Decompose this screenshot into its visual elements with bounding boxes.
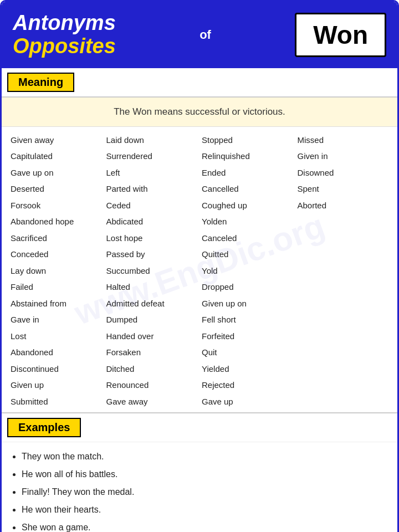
word-cell: Missed <box>295 132 391 148</box>
word-cell: Forsaken <box>104 345 200 360</box>
word-cell: Coughed up <box>200 198 295 213</box>
word-cell: Spent <box>295 181 391 197</box>
word-cell: Gave away <box>104 394 200 410</box>
word-cell: Lost hope <box>104 231 200 246</box>
word-cell: Given up <box>8 377 104 393</box>
word-cell: Relinquished <box>200 149 295 164</box>
word-cell: Abandoned <box>8 345 104 360</box>
word-cell: Abandoned hope <box>8 214 104 229</box>
example-item: They won the match. <box>22 448 386 466</box>
word-cell: Discontinued <box>8 361 104 377</box>
example-item: Finally! They won the medal. <box>22 483 386 501</box>
word-cell <box>295 329 391 344</box>
header-antonyms: Antonyms <box>13 12 116 35</box>
word-cell: Admitted defeat <box>104 296 200 311</box>
word-cell: Conceded <box>8 247 104 262</box>
word-cell: Canceled <box>200 231 295 246</box>
word-cell <box>295 296 391 311</box>
word-cell <box>295 377 391 393</box>
word-cell: Fell short <box>200 312 295 328</box>
word-cell: Succumbed <box>104 263 200 279</box>
example-item: She won a game. <box>22 519 386 532</box>
word-cell: Lay down <box>8 263 104 279</box>
examples-list: They won the match.He won all of his bat… <box>2 442 397 532</box>
word-cell: Dumped <box>104 312 200 328</box>
word-cell: Yielded <box>200 361 295 377</box>
examples-label-row: Examples <box>2 412 397 442</box>
word-cell <box>295 279 391 295</box>
word-cell: Halted <box>104 279 200 295</box>
word-cell <box>295 214 391 229</box>
word-cell: Lost <box>8 329 104 344</box>
word-cell: Disowned <box>295 165 391 181</box>
word-cell: Quit <box>200 345 295 360</box>
word-cell: Forfeited <box>200 329 295 344</box>
word-cell: Handed over <box>104 329 200 344</box>
header-title-block: Antonyms Opposites <box>13 12 116 58</box>
meaning-label: Meaning <box>7 73 74 92</box>
words-grid: Given awayLaid downStoppedMissedCapitula… <box>8 132 391 410</box>
header-opposites: Opposites <box>13 35 116 58</box>
word-cell: Rejected <box>200 377 295 393</box>
word-cell: Given in <box>295 149 391 164</box>
word-cell <box>295 263 391 279</box>
word-cell: Aborted <box>295 198 391 213</box>
word-cell: Yold <box>200 263 295 279</box>
word-cell: Ended <box>200 165 295 181</box>
word-cell <box>295 312 391 328</box>
word-cell: Sacrificed <box>8 231 104 246</box>
word-cell: Renounced <box>104 377 200 393</box>
header-word: Won <box>313 20 368 50</box>
meaning-text: The Won means successful or victorious. <box>2 98 397 127</box>
page-header: Antonyms Opposites of Won <box>2 2 397 68</box>
word-cell: Laid down <box>104 132 200 148</box>
word-cell <box>295 247 391 262</box>
examples-label: Examples <box>7 418 81 437</box>
word-cell: Failed <box>8 279 104 295</box>
word-cell: Given up on <box>200 296 295 311</box>
example-item: He won all of his battles. <box>22 466 386 483</box>
word-cell: Deserted <box>8 181 104 197</box>
word-cell: Abstained from <box>8 296 104 311</box>
word-cell: Submitted <box>8 394 104 410</box>
word-cell: Forsook <box>8 198 104 213</box>
word-cell: Stopped <box>200 132 295 148</box>
word-cell: Left <box>104 165 200 181</box>
word-cell: Yolden <box>200 214 295 229</box>
word-cell: Cancelled <box>200 181 295 197</box>
word-cell: Abdicated <box>104 214 200 229</box>
word-cell: Gave in <box>8 312 104 328</box>
meaning-label-row: Meaning <box>2 68 397 98</box>
header-word-box: Won <box>295 13 386 57</box>
word-cell: Dropped <box>200 279 295 295</box>
word-cell: Surrendered <box>104 149 200 164</box>
word-cell <box>295 394 391 410</box>
word-cell <box>295 345 391 360</box>
word-cell: Given away <box>8 132 104 148</box>
word-cell: Ditched <box>104 361 200 377</box>
word-cell <box>295 231 391 246</box>
word-cell: Gave up on <box>8 165 104 181</box>
word-cell <box>295 361 391 377</box>
word-cell: Capitulated <box>8 149 104 164</box>
words-section: www.EngDic.org Given awayLaid downStoppe… <box>2 127 397 413</box>
word-cell: Gave up <box>200 394 295 410</box>
word-cell: Quitted <box>200 247 295 262</box>
word-cell: Parted with <box>104 181 200 197</box>
word-cell: Ceded <box>104 198 200 213</box>
header-of: of <box>200 28 211 42</box>
example-item: He won their hearts. <box>22 501 386 519</box>
word-cell: Passed by <box>104 247 200 262</box>
